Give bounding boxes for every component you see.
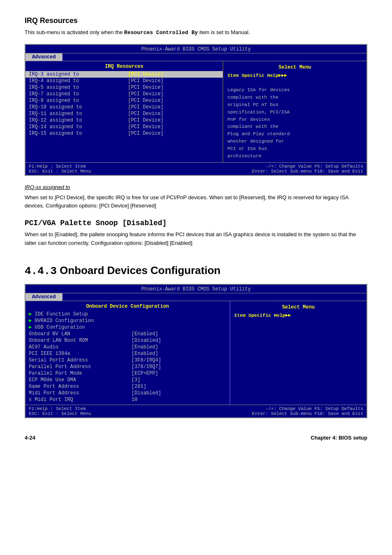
- onboard-row-label-2: ► USB Configuration: [29, 325, 131, 330]
- irq-row-5[interactable]: IRQ-10 assigned to[PCI Device]: [25, 104, 223, 111]
- pci-vga-body: When set to [Enabled], the pallete snoop…: [25, 230, 367, 248]
- irq-row-7[interactable]: IRQ-12 assigned to[PCI Device]: [25, 117, 223, 124]
- bios-footer-right-irq: -/+: Change Value F5: Setup DefaultsEnte…: [252, 164, 363, 174]
- onboard-row-13[interactable]: x Midi Port IRQ10: [25, 396, 230, 403]
- onboard-row-label-8: Parallel Port Address: [29, 364, 131, 370]
- onboard-row-9[interactable]: Parallel Port Mode[ECP+EPP]: [25, 370, 230, 377]
- onboard-row-4[interactable]: Onboard LAN Boot ROM[Disabled]: [25, 337, 230, 344]
- bios-footer-left-onboard: F1:Help : Select ItemESC: Exit : Select …: [29, 406, 91, 416]
- bios-help-irq: Item Specific Help►►►Legacy ISA for devi…: [227, 72, 362, 160]
- irq-row-value-2: [PCI Device]: [128, 85, 219, 90]
- irq-row-label-4: IRQ-9 assigned to: [29, 98, 128, 104]
- irq-row-0[interactable]: IRQ-3 assigned to[PCI Device]: [25, 71, 223, 78]
- irq-resources-description: This sub-menu is activated only when the…: [25, 28, 367, 37]
- bios-right-header-onboard: Select Menu: [234, 304, 362, 312]
- bios-footer-right-onboard: -/+: Change Value F5: Setup DefaultsEnte…: [252, 406, 363, 416]
- bios-title-bar-onboard: Phoenix-Award BIOS CMOS Setup Utility: [25, 285, 367, 293]
- pci-vga-title: PCI/VGA Palette Snoop [Disabled]: [25, 219, 367, 227]
- onboard-row-label-4: Onboard LAN Boot ROM: [29, 338, 131, 343]
- bios-left-header-irq: IRQ Resources: [25, 63, 223, 71]
- irq-row-value-3: [PCI Device]: [128, 91, 219, 97]
- irq-assigned-link[interactable]: IRQ-xx assigned to: [25, 184, 367, 190]
- onboard-row-label-1: ► NVRAID Configuration: [29, 318, 131, 324]
- irq-row-3[interactable]: IRQ-7 assigned to[PCI Device]: [25, 91, 223, 97]
- onboard-row-value-7: [3F8/IRQ4]: [131, 357, 226, 363]
- arrow-icon-2: ►: [29, 325, 35, 330]
- bios-right-irq: Select Menu Item Specific Help►►►Legacy …: [223, 61, 367, 162]
- bios-left-header-onboard: Onboard Device Configuration: [25, 303, 230, 311]
- bios-box-irq: Phoenix-Award BIOS CMOS Setup Utility Ad…: [25, 44, 367, 176]
- irq-row-4[interactable]: IRQ-9 assigned to[PCI Device]: [25, 97, 223, 104]
- onboard-row-5[interactable]: AC97 Audio[Enabled]: [25, 344, 230, 350]
- onboard-row-3[interactable]: Onboard NV LAN[Enabled]: [25, 331, 230, 337]
- irq-row-value-5: [PCI Device]: [128, 104, 219, 110]
- onboard-row-label-9: Parallel Port Mode: [29, 371, 131, 376]
- irq-row-value-0: [PCI Device]: [128, 71, 219, 77]
- bios-tab-advanced-onboard[interactable]: Advanced: [25, 293, 62, 301]
- bios-footer-onboard: F1:Help : Select ItemESC: Exit : Select …: [25, 405, 367, 417]
- onboard-row-6[interactable]: PCI IEEE 1394a[Enabled]: [25, 350, 230, 357]
- bios-right-onboard: Select Menu Item Specific Help►►: [230, 301, 367, 405]
- bios-content-onboard: Onboard Device Configuration ► IDE Funct…: [25, 301, 367, 405]
- irq-row-8[interactable]: IRQ-14 assigned to[PCI Device]: [25, 124, 223, 130]
- description-part2: item is set to Manual.: [198, 29, 250, 35]
- bios-footer-irq: F1:Help : Select ItemESC: Exit : Select …: [25, 162, 367, 175]
- irq-row-2[interactable]: IRQ-5 assigned to[PCI Device]: [25, 84, 223, 91]
- onboard-row-12[interactable]: Midi Port Address[Disabled]: [25, 390, 230, 396]
- chapter-label: Chapter 4: BIOS setup: [311, 435, 367, 441]
- irq-row-value-7: [PCI Device]: [128, 117, 219, 123]
- pci-vga-title-value: [Disabled]: [122, 219, 167, 227]
- onboard-row-label-6: PCI IEEE 1394a: [29, 351, 131, 357]
- bios-box-onboard: Phoenix-Award BIOS CMOS Setup Utility Ad…: [25, 284, 367, 418]
- irq-resources-title: IRQ Resources: [25, 16, 367, 25]
- onboard-row-label-3: Onboard NV LAN: [29, 331, 131, 337]
- irq-row-label-6: IRQ-11 assigned to: [29, 111, 128, 117]
- irq-row-label-5: IRQ-10 assigned to: [29, 104, 128, 110]
- arrow-icon-1: ►: [29, 318, 35, 324]
- irq-row-label-0: IRQ-3 assigned to: [29, 71, 128, 77]
- irq-row-label-1: IRQ-4 assigned to: [29, 78, 128, 84]
- onboard-row-label-0: ► IDE Function Setup: [29, 311, 131, 317]
- irq-row-value-6: [PCI Device]: [128, 111, 219, 117]
- onboard-row-value-5: [Enabled]: [131, 344, 226, 350]
- irq-row-value-8: [PCI Device]: [128, 124, 219, 130]
- irq-assigned-body: When set to [PCI Device], the specific I…: [25, 193, 367, 211]
- onboard-row-value-0: [131, 311, 226, 317]
- onboard-row-value-8: [378/IRQ7]: [131, 364, 226, 370]
- bios-tab-advanced-irq[interactable]: Advanced: [25, 53, 62, 61]
- description-part1: This sub-menu is activated only when the: [25, 29, 124, 35]
- onboard-row-2[interactable]: ► USB Configuration: [25, 324, 230, 331]
- bios-help-onboard: Item Specific Help►►: [234, 312, 362, 319]
- bios-right-header-irq: Select Menu: [227, 64, 362, 72]
- onboard-row-label-10: ECP MOde Use DMA: [29, 377, 131, 383]
- section-443-text: Onboard Devices Configuration: [57, 264, 221, 276]
- onboard-row-1[interactable]: ► NVRAID Configuration: [25, 318, 230, 324]
- onboard-row-10[interactable]: ECP MOde Use DMA[3]: [25, 377, 230, 383]
- onboard-row-8[interactable]: Parallel Port Address[378/IRQ7]: [25, 364, 230, 370]
- onboard-row-value-13: 10: [131, 397, 226, 403]
- section-443-number: 4.4.3: [25, 265, 57, 277]
- irq-row-6[interactable]: IRQ-11 assigned to[PCI Device]: [25, 111, 223, 117]
- onboard-row-label-12: Midi Port Address: [29, 390, 131, 396]
- irq-row-label-7: IRQ-12 assigned to: [29, 117, 128, 123]
- onboard-row-11[interactable]: Game Port Address[201]: [25, 383, 230, 390]
- bios-tab-bar-onboard: Advanced: [25, 293, 367, 301]
- onboard-row-label-13: x Midi Port IRQ: [29, 397, 131, 403]
- bios-content-irq: IRQ Resources IRQ-3 assigned to[PCI Devi…: [25, 61, 367, 162]
- onboard-row-label-5: AC97 Audio: [29, 344, 131, 350]
- onboard-row-0[interactable]: ► IDE Function Setup: [25, 311, 230, 318]
- onboard-row-7[interactable]: Serial Port1 Address[3F8/IRQ4]: [25, 357, 230, 364]
- irq-row-value-9: [PCI Device]: [128, 131, 219, 136]
- page-num: 4-24: [25, 435, 35, 441]
- section-443: 4.4.3 Onboard Devices Configuration: [25, 260, 367, 277]
- irq-row-9[interactable]: IRQ-15 assigned to[PCI Device]: [25, 130, 223, 137]
- page-footer: 4-24 Chapter 4: BIOS setup: [25, 435, 367, 441]
- irq-row-label-3: IRQ-7 assigned to: [29, 91, 128, 97]
- bios-tab-bar-irq: Advanced: [25, 53, 367, 61]
- bios-left-onboard: Onboard Device Configuration ► IDE Funct…: [25, 301, 230, 405]
- onboard-row-value-6: [Enabled]: [131, 351, 226, 357]
- irq-row-1[interactable]: IRQ-4 assigned to[PCI Device]: [25, 78, 223, 84]
- bios-footer-left-irq: F1:Help : Select ItemESC: Exit : Select …: [29, 164, 91, 174]
- onboard-row-value-11: [201]: [131, 384, 226, 389]
- onboard-row-label-7: Serial Port1 Address: [29, 357, 131, 363]
